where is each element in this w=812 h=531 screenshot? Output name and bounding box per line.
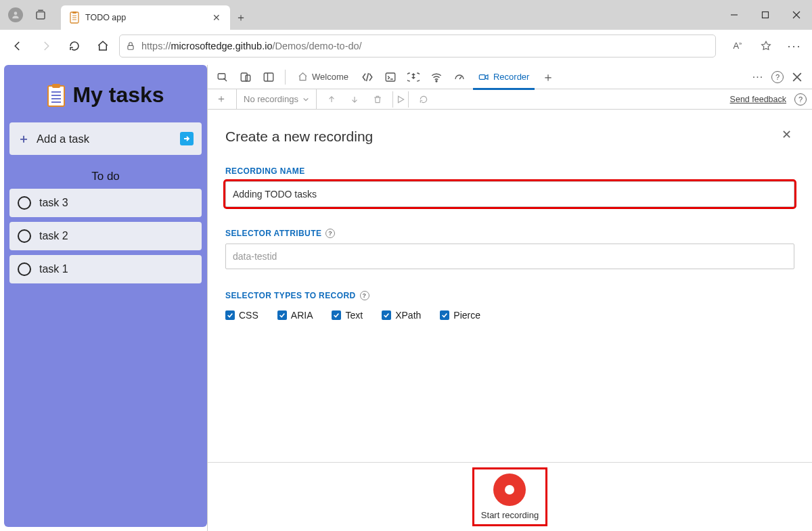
svg-rect-8 <box>763 12 769 18</box>
recorder-form: Create a new recording ✕ RECORDING NAME … <box>208 110 812 462</box>
help-icon[interactable]: ? <box>794 93 807 106</box>
task-checkbox-icon[interactable] <box>18 196 31 210</box>
send-feedback-link[interactable]: Send feedback <box>730 95 786 104</box>
task-item[interactable]: task 3 <box>9 189 202 217</box>
checkbox-aria[interactable]: ARIA <box>277 310 313 321</box>
task-item[interactable]: task 2 <box>9 222 202 250</box>
inspect-icon[interactable] <box>213 68 232 87</box>
settings-more-icon[interactable]: ··· <box>782 34 807 58</box>
network-icon[interactable] <box>427 68 446 87</box>
close-form-icon[interactable]: ✕ <box>782 127 792 142</box>
performance-icon[interactable] <box>450 68 469 87</box>
recordings-dropdown[interactable]: No recordings <box>236 89 317 110</box>
url-host: microsoftedge.github.io <box>171 41 273 51</box>
checkbox-pierce[interactable]: Pierce <box>440 310 480 321</box>
devtools-tabs: Welcome Recorder ＋ ··· ? <box>208 65 812 89</box>
devtools-panel: Welcome Recorder ＋ ··· ? ＋ No recordings <box>207 65 812 531</box>
replay-settings-icon[interactable] <box>415 91 432 108</box>
tab-close-icon[interactable]: ✕ <box>211 12 222 23</box>
elements-icon[interactable] <box>358 68 377 87</box>
console-icon[interactable] <box>381 68 400 87</box>
checkbox-label: CSS <box>239 310 258 321</box>
new-recording-icon[interactable]: ＋ <box>213 91 229 108</box>
task-label: task 1 <box>39 263 68 275</box>
task-item[interactable]: task 1 <box>9 255 202 283</box>
add-tab-icon[interactable]: ＋ <box>539 68 558 87</box>
more-tools-icon[interactable]: ··· <box>748 68 767 87</box>
refresh-button[interactable] <box>62 34 87 58</box>
checkbox-icon <box>440 310 449 320</box>
checkbox-xpath[interactable]: XPath <box>382 310 421 321</box>
checkbox-text[interactable]: Text <box>332 310 363 321</box>
recorder-toolbar: ＋ No recordings Send feedback ? <box>208 89 812 110</box>
title-bar-left <box>0 0 55 30</box>
checkbox-label: Pierce <box>453 310 480 321</box>
record-icon <box>493 474 526 506</box>
tab-actions-icon[interactable] <box>34 8 47 22</box>
delete-icon[interactable] <box>369 91 386 108</box>
lock-icon <box>125 41 136 51</box>
task-label: task 3 <box>39 197 68 209</box>
recording-name-input[interactable] <box>225 181 794 207</box>
back-button[interactable] <box>5 34 30 58</box>
checkbox-icon <box>332 310 341 320</box>
label-text: SELECTOR ATTRIBUTE <box>225 229 321 238</box>
app-title: My tasks <box>9 70 202 122</box>
task-label: task 2 <box>39 230 68 242</box>
close-devtools-icon[interactable] <box>788 68 807 87</box>
favorite-icon[interactable] <box>754 34 778 58</box>
svg-point-24 <box>436 80 437 82</box>
minimize-button[interactable] <box>719 0 750 30</box>
add-task-input[interactable]: ＋ Add a task <box>9 122 202 155</box>
new-tab-button[interactable]: ＋ <box>230 5 252 30</box>
label-text: SELECTOR TYPES TO RECORD <box>225 291 356 300</box>
url-path: /Demos/demo-to-do/ <box>272 41 361 51</box>
profile-avatar-icon[interactable] <box>8 7 23 22</box>
svg-rect-1 <box>37 12 45 20</box>
replay-icon[interactable] <box>392 91 409 108</box>
svg-rect-21 <box>264 73 273 81</box>
tab-title: TODO app <box>85 13 206 22</box>
help-icon[interactable]: ? <box>771 71 784 83</box>
maximize-button[interactable] <box>750 0 781 30</box>
submit-arrow-icon[interactable] <box>180 132 194 145</box>
checkbox-css[interactable]: CSS <box>225 310 258 321</box>
svg-rect-20 <box>246 75 250 81</box>
dock-side-icon[interactable] <box>259 68 278 87</box>
read-aloud-icon[interactable]: A» <box>725 34 750 58</box>
window-controls <box>719 0 812 30</box>
selector-attribute-input[interactable] <box>225 244 794 269</box>
home-icon <box>298 72 308 82</box>
url-text: https://microsoftedge.github.io/Demos/de… <box>141 41 362 51</box>
app-title-text: My tasks <box>72 83 164 108</box>
close-window-button[interactable] <box>781 0 812 30</box>
svg-point-0 <box>14 11 18 15</box>
address-bar: https://microsoftedge.github.io/Demos/de… <box>0 30 812 62</box>
start-recording-button[interactable]: Start recording <box>474 469 545 524</box>
export-icon[interactable] <box>323 91 340 108</box>
svg-rect-25 <box>479 74 485 79</box>
chevron-down-icon <box>302 96 309 103</box>
info-icon[interactable]: ? <box>360 291 369 300</box>
browser-tab[interactable]: TODO app ✕ <box>61 5 230 30</box>
import-icon[interactable] <box>346 91 363 108</box>
device-emulation-icon[interactable] <box>236 68 255 87</box>
tab-welcome[interactable]: Welcome <box>292 65 354 89</box>
url-input[interactable]: https://microsoftedge.github.io/Demos/de… <box>119 34 716 57</box>
tab-recorder[interactable]: Recorder <box>473 65 535 89</box>
svg-rect-23 <box>386 73 395 81</box>
forward-button[interactable] <box>34 34 58 58</box>
task-checkbox-icon[interactable] <box>18 262 31 276</box>
sources-icon[interactable] <box>404 68 423 87</box>
home-button[interactable] <box>91 34 115 58</box>
recorder-icon <box>478 72 489 83</box>
selector-types-label: SELECTOR TYPES TO RECORD ? <box>225 291 794 300</box>
tab-label: Recorder <box>493 72 529 82</box>
svg-rect-13 <box>52 84 60 88</box>
task-checkbox-icon[interactable] <box>18 229 31 243</box>
info-icon[interactable]: ? <box>325 229 335 238</box>
checkbox-icon <box>382 310 391 320</box>
selector-attribute-label: SELECTOR ATTRIBUTE ? <box>225 229 794 238</box>
record-label: Start recording <box>481 510 539 520</box>
content-area: My tasks ＋ Add a task To do task 3 task … <box>0 62 812 531</box>
